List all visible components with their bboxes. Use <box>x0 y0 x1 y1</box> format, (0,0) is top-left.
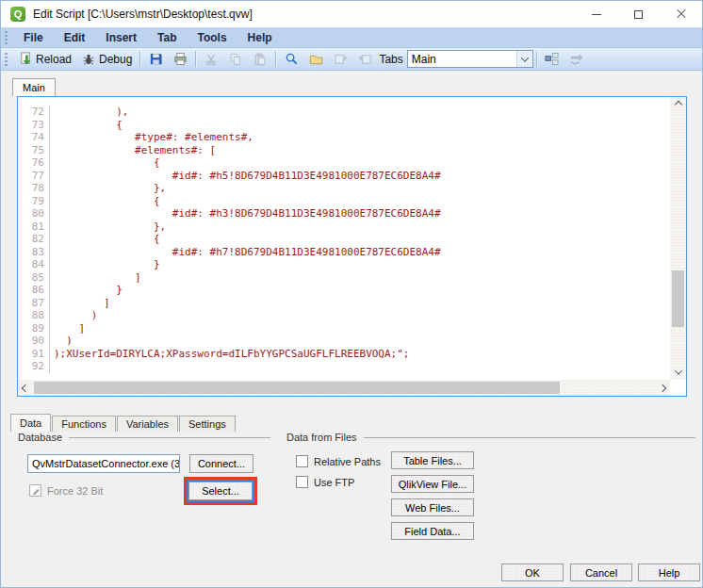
cut-icon <box>204 52 219 67</box>
group-divider <box>69 437 270 438</box>
database-connector-value: QvMstrDatasetConnector.exe (3 <box>32 458 180 469</box>
use-ftp-checkbox-row: Use FTP <box>296 476 354 488</box>
line-text: }, <box>50 182 166 195</box>
select-button[interactable]: Select... <box>188 482 253 500</box>
connect-button[interactable]: Connect... <box>189 454 253 473</box>
line-number: 87 <box>18 297 50 310</box>
code-line: 72 ), <box>18 106 670 119</box>
tab-settings[interactable]: Settings <box>179 416 236 432</box>
line-number: 72 <box>18 106 50 119</box>
tab-variables[interactable]: Variables <box>117 416 178 432</box>
relative-paths-label: Relative Paths <box>314 456 381 467</box>
menu-tab[interactable]: Tab <box>147 29 187 46</box>
minimize-icon <box>592 14 601 15</box>
scroll-down-icon[interactable] <box>670 365 686 380</box>
line-text: { <box>50 119 123 132</box>
menu-insert[interactable]: Insert <box>95 29 147 46</box>
add-tab-button[interactable] <box>303 50 328 69</box>
menubar-grip[interactable] <box>5 31 8 44</box>
field-data-button[interactable]: Field Data... <box>391 522 474 540</box>
relative-paths-checkbox-row: Relative Paths <box>296 455 381 467</box>
line-text: } <box>50 258 160 271</box>
line-text: ), <box>50 106 128 119</box>
print-icon <box>172 52 188 67</box>
line-text: { <box>50 156 160 170</box>
copy-button <box>223 50 248 69</box>
menu-edit[interactable]: Edit <box>54 29 96 46</box>
ok-button[interactable]: OK <box>501 564 564 581</box>
find-button[interactable] <box>279 50 303 69</box>
menu-file[interactable]: File <box>13 29 54 46</box>
print-button[interactable] <box>168 50 192 69</box>
paste-icon <box>253 52 268 67</box>
scroll-left-icon[interactable] <box>18 380 33 396</box>
database-connector-select[interactable]: QvMstrDatasetConnector.exe (3 <box>27 454 180 473</box>
tab-data[interactable]: Data <box>10 414 51 432</box>
new-tab-icon <box>308 52 323 67</box>
tab-selector[interactable]: Main <box>407 50 533 68</box>
code-line: 83 #id#: #h7!8D679D4B11D3E4981000E787EC6… <box>18 246 670 259</box>
vertical-scrollbar-thumb[interactable] <box>672 270 684 327</box>
scroll-right-icon[interactable] <box>655 380 670 396</box>
help-button[interactable]: Help <box>638 564 700 581</box>
toolbar-grip[interactable] <box>5 53 8 66</box>
merge-tabs-button[interactable] <box>540 50 564 69</box>
data-from-files-group-header: Data from Files <box>286 432 695 443</box>
line-text: );XUserId=DIRYLCA;XPassword=dILFbYYGPCSa… <box>50 348 410 361</box>
force-32bit-label: Force 32 Bit <box>47 485 103 497</box>
line-number: 79 <box>18 195 50 208</box>
qlikview-file-button[interactable]: QlikView File... <box>391 475 474 493</box>
relative-paths-checkbox[interactable] <box>296 455 308 467</box>
line-number: 76 <box>18 156 50 170</box>
script-editor: 72 ), 73 { 74 #type#: #elements#, <box>17 96 687 397</box>
menu-help[interactable]: Help <box>237 29 283 46</box>
data-from-files-group-label: Data from Files <box>286 432 357 443</box>
debug-button[interactable]: Debug <box>76 50 137 69</box>
line-text: ] <box>50 297 110 310</box>
vertical-scrollbar[interactable] <box>670 97 686 380</box>
line-text <box>50 360 54 373</box>
line-number: 81 <box>18 220 50 234</box>
code-line: 78 }, <box>18 182 670 195</box>
titlebar: Q Edit Script [C:\Users\mstr\Desktop\tes… <box>1 1 702 27</box>
line-number: 83 <box>18 246 50 259</box>
force-32bit-checkbox[interactable] <box>29 484 41 497</box>
cancel-button[interactable]: Cancel <box>570 564 632 581</box>
code-line: 79 { <box>18 195 670 208</box>
maximize-button[interactable] <box>617 1 660 27</box>
table-files-button[interactable]: Table Files... <box>391 451 474 469</box>
search-icon <box>284 52 299 67</box>
reload-button[interactable]: Reload <box>13 50 76 69</box>
code-line: 86 } <box>18 284 670 297</box>
close-button[interactable] <box>660 1 702 27</box>
toolbar: Reload Debug <box>1 48 702 71</box>
web-files-button[interactable]: Web Files... <box>391 498 474 516</box>
horizontal-scrollbar-thumb[interactable] <box>34 382 560 394</box>
code-line: 89 ] <box>18 322 670 335</box>
horizontal-scrollbar[interactable] <box>18 380 670 396</box>
code-line: 82 { <box>18 233 670 246</box>
chevron-down-icon[interactable] <box>516 51 532 67</box>
tab-selector-value: Main <box>412 53 436 66</box>
demote-tab-icon <box>357 52 372 67</box>
menu-tools[interactable]: Tools <box>187 29 237 46</box>
line-number: 91 <box>18 348 50 361</box>
minimize-button[interactable] <box>575 1 617 27</box>
script-text-area[interactable]: 72 ), 73 { 74 #type#: #elements#, <box>18 97 670 380</box>
line-number: 73 <box>18 119 50 132</box>
code-line: 77 #id#: #h5!8D679D4B11D3E4981000E787EC6… <box>18 170 670 183</box>
group-divider <box>364 437 695 438</box>
code-line: 80 #id#: #h3!8D679D4B11D3E4981000E787EC6… <box>18 207 670 220</box>
use-ftp-checkbox[interactable] <box>296 476 308 488</box>
line-number: 80 <box>18 207 50 220</box>
promote-tab-button <box>328 50 352 69</box>
force-32bit-checkbox-row: Force 32 Bit <box>29 484 103 497</box>
use-ftp-label: Use FTP <box>314 477 354 488</box>
scroll-up-icon[interactable] <box>670 97 686 112</box>
save-button[interactable] <box>143 50 168 69</box>
toolbar-separator <box>275 51 276 67</box>
editor-tab-main[interactable]: Main <box>12 78 56 96</box>
line-number: 86 <box>18 284 50 297</box>
tab-functions[interactable]: Functions <box>52 416 116 432</box>
code-line: 87 ] <box>18 297 670 310</box>
